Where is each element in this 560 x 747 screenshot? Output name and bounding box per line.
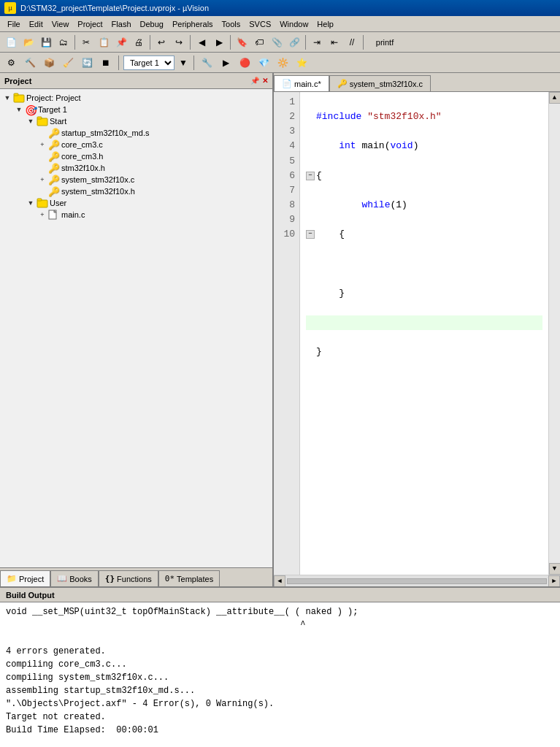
svg-rect-1 xyxy=(14,93,18,96)
pin-button[interactable]: 📌 xyxy=(250,77,259,85)
build-all-button[interactable]: 🔨 xyxy=(22,55,38,71)
printf-button[interactable]: printf xyxy=(367,34,403,50)
debug2-button[interactable]: 🔴 xyxy=(237,55,253,71)
hscroll-left-button[interactable]: ◀ xyxy=(274,575,285,587)
bookmark3-button[interactable]: 📎 xyxy=(269,34,285,50)
fold-line-3[interactable]: − xyxy=(306,172,315,180)
menu-edit[interactable]: Edit xyxy=(25,18,47,30)
bookmark1-button[interactable]: 🔖 xyxy=(234,34,250,50)
tree-stm32h[interactable]: 🔑 stm32f10x.h xyxy=(0,162,272,174)
translate-button[interactable]: 🔄 xyxy=(79,55,95,71)
copy-button[interactable]: 📋 xyxy=(96,34,112,50)
cut-button[interactable]: ✂ xyxy=(78,34,94,50)
debug5-button[interactable]: ⭐ xyxy=(294,55,310,71)
tree-folder-start[interactable]: ▼ Start xyxy=(0,115,272,127)
expand-user-icon: ▼ xyxy=(25,199,37,207)
nav-fwd-button[interactable]: ▶ xyxy=(211,34,227,50)
outdent-button[interactable]: ⇤ xyxy=(326,34,342,50)
bookmark2-button[interactable]: 🏷 xyxy=(251,34,267,50)
output-line-9: Target not created. xyxy=(6,710,554,724)
tree-system-c[interactable]: + 🔑 system_stm32f10x.c xyxy=(0,174,272,185)
indent-button[interactable]: ⇥ xyxy=(309,34,325,50)
menu-file[interactable]: File xyxy=(3,18,25,30)
tab-books[interactable]: 📖 Books xyxy=(50,570,99,586)
content-area: Project 📌 ✕ ▼ Project: Project xyxy=(0,73,560,586)
batch-build-button[interactable]: 📦 xyxy=(41,55,57,71)
target-dropdown-button[interactable]: ▼ xyxy=(177,55,189,71)
tab-project[interactable]: 📁 Project xyxy=(0,570,50,586)
tree-target1[interactable]: ▼ 🎯 Target 1 xyxy=(0,104,272,115)
target-selector[interactable]: Target 1 xyxy=(123,55,174,70)
build-output-title: Build Output xyxy=(6,591,55,599)
sep2 xyxy=(150,35,150,50)
tree-startup-label: startup_stm32f10x_md.s xyxy=(61,129,149,137)
build-target-button[interactable]: ⚙ xyxy=(3,55,19,71)
menu-view[interactable]: View xyxy=(47,18,74,30)
tree-user-label: User xyxy=(50,199,66,207)
menu-window[interactable]: Window xyxy=(275,18,312,30)
output-line-3 xyxy=(6,632,554,645)
expand-startup-icon xyxy=(37,129,48,137)
scroll-down-button[interactable]: ▼ xyxy=(549,563,561,575)
output-line-7: assembling startup_stm32f10x_md.s... xyxy=(6,684,554,697)
build-output-content[interactable]: void __set_MSP(uint32_t topOfMainStack) … xyxy=(0,602,560,747)
tree-root-label: Project: Project xyxy=(26,93,81,102)
redo-button[interactable]: ↪ xyxy=(171,34,187,50)
clean-button[interactable]: 🧹 xyxy=(60,55,76,71)
code-line-4: while(1) xyxy=(306,198,542,212)
menu-svcs[interactable]: SVCS xyxy=(245,18,275,30)
fold-line-5[interactable]: − xyxy=(306,230,315,239)
debug3-button[interactable]: 💎 xyxy=(256,55,272,71)
scroll-up-button[interactable]: ▲ xyxy=(549,92,561,104)
close-panel-button[interactable]: ✕ xyxy=(262,77,268,85)
code-line-2: int main(void) xyxy=(306,139,542,153)
tree-startup-file[interactable]: 🔑 startup_stm32f10x_md.s xyxy=(0,127,272,139)
tree-root[interactable]: ▼ Project: Project xyxy=(0,92,272,104)
menu-help[interactable]: Help xyxy=(312,18,338,30)
functions-tab-icon: {} xyxy=(105,574,115,583)
new-file-button[interactable]: 📄 xyxy=(3,34,19,50)
menu-peripherals[interactable]: Peripherals xyxy=(168,18,218,30)
tree-system-h[interactable]: 🔑 system_stm32f10x.h xyxy=(0,185,272,197)
main-area: Project 📌 ✕ ▼ Project: Project xyxy=(0,73,560,747)
output-line-1: void __set_MSP(uint32_t topOfMainStack) … xyxy=(6,605,554,618)
debug4-button[interactable]: 🔆 xyxy=(275,55,291,71)
bookmark4-button[interactable]: 🔗 xyxy=(286,34,302,50)
startup-key-icon: 🔑 xyxy=(48,128,60,138)
code-area[interactable]: #include "stm32f10x.h" int main(void) − … xyxy=(300,92,548,575)
menu-tools[interactable]: Tools xyxy=(218,18,245,30)
tree-core-cm3h[interactable]: 🔑 core_cm3.h xyxy=(0,150,272,162)
comment-button[interactable]: // xyxy=(344,34,360,50)
undo-button[interactable]: ↩ xyxy=(153,34,169,50)
editor-scrollbar[interactable]: ▲ ▼ xyxy=(548,92,560,575)
tab-templates[interactable]: 0* Templates xyxy=(158,570,220,586)
menu-debug[interactable]: Debug xyxy=(136,18,168,30)
stop-button[interactable]: ⏹ xyxy=(98,55,114,71)
project-tab-label: Project xyxy=(19,575,44,583)
sep-t2 xyxy=(193,55,194,70)
templates-tab-label: Templates xyxy=(177,575,213,583)
open-button[interactable]: 📂 xyxy=(20,34,37,50)
paste-button[interactable]: 📌 xyxy=(113,34,129,50)
scroll-track[interactable] xyxy=(549,104,560,563)
nav-back-button[interactable]: ◀ xyxy=(193,34,210,50)
tab-functions[interactable]: {} Functions xyxy=(99,570,158,586)
tree-folder-user[interactable]: ▼ User xyxy=(0,197,272,209)
sep6 xyxy=(363,35,364,50)
menu-flash[interactable]: Flash xyxy=(107,18,136,30)
debug1-button[interactable]: ▶ xyxy=(218,55,234,71)
menu-project[interactable]: Project xyxy=(73,18,107,30)
save-button[interactable]: 💾 xyxy=(38,34,54,50)
system-c-key-icon: 🔑 xyxy=(48,175,60,185)
tree-main-c[interactable]: + main.c xyxy=(0,209,272,221)
hscroll-track[interactable] xyxy=(287,578,547,584)
toolbar-2: ⚙ 🔨 📦 🧹 🔄 ⏹ Target 1 ▼ 🔧 ▶ 🔴 💎 🔆 ⭐ xyxy=(0,53,560,73)
expand-stm32h-icon xyxy=(37,164,48,172)
tree-core-cm3c[interactable]: + 🔑 core_cm3.c xyxy=(0,139,272,150)
editor-tab-main-c[interactable]: 📄 main.c* xyxy=(274,75,329,91)
print-button[interactable]: 🖨 xyxy=(131,34,147,50)
save-all-button[interactable]: 🗂 xyxy=(55,34,72,50)
setup-button[interactable]: 🔧 xyxy=(199,55,215,71)
hscroll-right-button[interactable]: ▶ xyxy=(548,575,560,587)
editor-tab-system-h[interactable]: 🔑 system_stm32f10x.c xyxy=(329,75,431,91)
